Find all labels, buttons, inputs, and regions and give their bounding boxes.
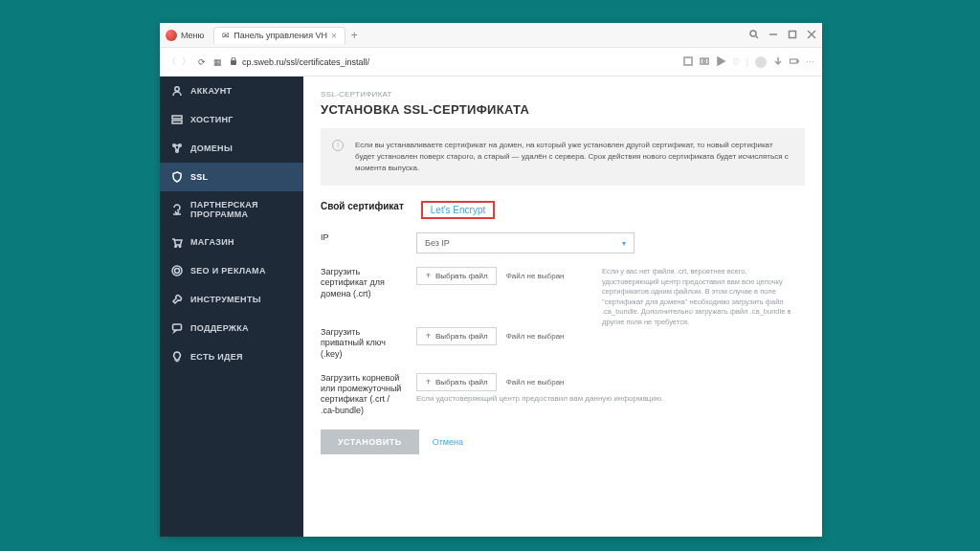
crt-file-status: Файл не выбран <box>506 272 565 280</box>
sidebar-item-domains[interactable]: ДОМЕНЫ <box>160 134 303 163</box>
sidebar-label: ИНСТРУМЕНТЫ <box>190 295 261 304</box>
sidebar-item-tools[interactable]: ИНСТРУМЕНТЫ <box>160 285 303 314</box>
sidebar-item-idea[interactable]: ЕСТЬ ИДЕЯ <box>160 342 303 371</box>
bundle-file-button[interactable]: Выбрать файл <box>416 373 497 391</box>
new-tab-button[interactable]: + <box>351 29 358 42</box>
svg-point-20 <box>175 246 177 248</box>
sidebar-label: ЕСТЬ ИДЕЯ <box>190 352 243 362</box>
svg-rect-3 <box>790 31 796 37</box>
svg-point-22 <box>172 266 182 276</box>
crt-helper-text: Если у вас нет файла .crt, вероятнее все… <box>602 267 805 327</box>
close-window-icon[interactable] <box>807 30 816 41</box>
svg-rect-6 <box>231 60 236 65</box>
heart-icon[interactable]: ♡ <box>732 57 740 67</box>
crt-file-button[interactable]: Выбрать файл <box>416 267 497 285</box>
sidebar-label: ХОСТИНГ <box>190 115 234 124</box>
sidebar-item-seo[interactable]: SEO И РЕКЛАМА <box>160 256 303 285</box>
play-icon[interactable] <box>716 56 725 68</box>
svg-line-1 <box>756 35 759 38</box>
svg-point-21 <box>179 246 181 248</box>
lock-icon <box>230 57 237 67</box>
browser-addressbar: 〈 〉 ⟳ ▦ cp.sweb.ru/ssl/certificates_inst… <box>160 48 822 77</box>
ip-value: Без IP <box>425 238 450 248</box>
svg-marker-10 <box>718 57 724 65</box>
sidebar-item-partner[interactable]: ПАРТНЕРСКАЯ ПРОГРАММА <box>160 191 303 228</box>
info-banner: ! Если вы устанавливаете сертификат на д… <box>321 128 805 186</box>
back-icon[interactable]: 〈 <box>167 55 176 68</box>
sidebar-item-shop[interactable]: МАГАЗИН <box>160 228 303 256</box>
browser-tabstrip: Меню ✉ Панель управления VH × + <box>160 23 822 48</box>
svg-rect-7 <box>684 57 692 65</box>
tab-own-cert[interactable]: Свой сертификат <box>321 201 404 219</box>
svg-rect-13 <box>797 60 798 62</box>
key-file-status: Файл не выбран <box>506 332 565 341</box>
sidebar-label: SSL <box>190 172 208 182</box>
sidebar-label: SEO И РЕКЛАМА <box>190 266 266 276</box>
ip-select[interactable]: Без IP ▾ <box>416 232 635 253</box>
tab-icon: ✉ <box>222 31 230 40</box>
sidebar-item-ssl[interactable]: SSL <box>160 163 303 191</box>
sidebar: АККАУНТ ХОСТИНГ ДОМЕНЫ SSL ПАРТНЕРСКАЯ П… <box>160 77 303 537</box>
sidebar-label: ПАРТНЕРСКАЯ ПРОГРАММА <box>190 200 292 219</box>
chevron-down-icon: ▾ <box>622 239 626 248</box>
page-title: УСТАНОВКА SSL-СЕРТИФИКАТА <box>321 102 805 117</box>
browser-menu[interactable]: Меню <box>181 31 204 40</box>
svg-point-14 <box>175 87 179 91</box>
opera-logo-icon <box>166 30 177 41</box>
svg-rect-16 <box>172 121 182 123</box>
sidebar-label: АККАУНТ <box>190 86 232 96</box>
svg-rect-24 <box>173 324 182 330</box>
sidebar-item-hosting[interactable]: ХОСТИНГ <box>160 105 303 134</box>
extension-icon[interactable] <box>683 56 693 68</box>
svg-point-0 <box>750 31 756 36</box>
sidebar-label: ПОДДЕРЖКА <box>190 323 249 333</box>
svg-point-23 <box>175 269 180 274</box>
minimize-icon[interactable] <box>768 30 778 41</box>
speed-dial-icon[interactable]: ▦ <box>213 57 222 67</box>
svg-rect-12 <box>790 58 797 62</box>
crt-label: Загрузить сертификат для домена (.crt) <box>321 267 403 299</box>
maximize-icon[interactable] <box>788 30 797 41</box>
camera-icon[interactable] <box>700 56 709 68</box>
install-button[interactable]: УСТАНОВИТЬ <box>321 430 419 454</box>
tab-lets-encrypt[interactable]: Let's Encrypt <box>421 201 496 219</box>
tab-title: Панель управления VH <box>234 31 327 40</box>
key-file-button[interactable]: Выбрать файл <box>416 327 497 345</box>
svg-rect-15 <box>172 116 182 119</box>
sidebar-label: МАГАЗИН <box>190 237 234 247</box>
info-icon: ! <box>332 140 344 151</box>
url-display[interactable]: cp.sweb.ru/ssl/certificates_install/ <box>230 57 369 67</box>
close-icon[interactable]: × <box>331 31 337 41</box>
menu-dots-icon[interactable]: ⋯ <box>806 57 814 67</box>
download-icon[interactable] <box>773 56 783 68</box>
cancel-link[interactable]: Отмена <box>433 437 463 447</box>
forward-icon[interactable]: 〉 <box>182 55 190 68</box>
search-icon[interactable] <box>749 30 759 41</box>
browser-tab[interactable]: ✉ Панель управления VH × <box>213 27 345 44</box>
sidebar-item-support[interactable]: ПОДДЕРЖКА <box>160 314 303 342</box>
bundle-helper-text: Если удостоверяющий центр предоставил ва… <box>416 393 663 404</box>
breadcrumb: SSL-СЕРТИФИКАТ <box>321 90 805 99</box>
ip-label: IP <box>321 232 403 243</box>
battery-icon[interactable] <box>790 56 799 68</box>
key-label: Загрузить приватный ключ (.key) <box>321 327 403 360</box>
reload-icon[interactable]: ⟳ <box>198 57 206 67</box>
sidebar-label: ДОМЕНЫ <box>190 143 233 153</box>
bundle-file-status: Файл не выбран <box>506 378 565 386</box>
content-area: SSL-СЕРТИФИКАТ УСТАНОВКА SSL-СЕРТИФИКАТА… <box>303 77 822 537</box>
sidebar-item-account[interactable]: АККАУНТ <box>160 77 303 105</box>
info-text: Если вы устанавливаете сертификат на дом… <box>355 141 789 172</box>
avatar-icon[interactable] <box>755 56 767 68</box>
url-text: cp.sweb.ru/ssl/certificates_install/ <box>242 57 369 67</box>
bundle-label: Загрузить корневой или промежуточный сер… <box>321 373 403 416</box>
svg-point-9 <box>702 59 705 62</box>
